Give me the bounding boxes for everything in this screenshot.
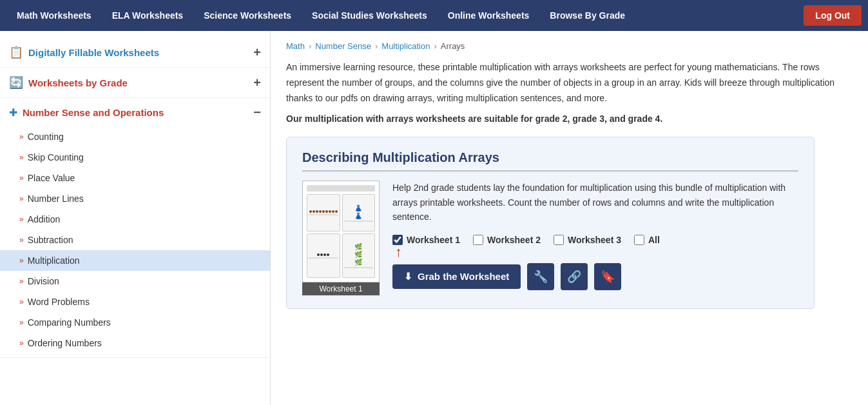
breadcrumb-arrays: Arrays xyxy=(441,41,465,51)
nav-science-worksheets[interactable]: Science Worksheets xyxy=(193,0,302,31)
red-arrow-indicator: ↑ xyxy=(395,245,402,259)
number-sense-icon: ✚ xyxy=(9,106,17,119)
digitally-fillable-icon: 📋 xyxy=(9,45,23,59)
sidebar-item-division[interactable]: » Division xyxy=(0,271,270,291)
worksheets-by-grade-expand-icon[interactable]: + xyxy=(253,76,261,89)
checkbox-worksheet-3[interactable]: Worksheet 3 xyxy=(554,235,621,245)
nav-math-worksheets[interactable]: Math Worksheets xyxy=(6,0,102,31)
share-icon: 🔗 xyxy=(567,270,581,284)
wrench-button[interactable]: 🔧 xyxy=(527,263,554,290)
sidebar-item-counting[interactable]: » Counting xyxy=(0,126,270,147)
breadcrumb-number-sense[interactable]: Number Sense xyxy=(315,41,371,51)
number-sense-sub-items: » Counting » Skip Counting » Place Value… xyxy=(0,126,270,357)
sidebar-section-header-number-sense[interactable]: ✚ Number Sense and Operations − xyxy=(0,98,270,126)
bullet-multiplication: » xyxy=(19,256,24,265)
bullet-place-value: » xyxy=(19,173,24,183)
checkbox-input-3[interactable] xyxy=(554,235,564,245)
breadcrumb-math[interactable]: Math xyxy=(286,41,305,51)
ws-grid: 👗👗 🌿🌿🌿 xyxy=(307,194,375,278)
worksheet-card: Describing Multiplication Arrays xyxy=(286,137,815,309)
worksheet-card-title: Describing Multiplication Arrays xyxy=(302,150,798,172)
worksheet-description: Help 2nd grade students lay the foundati… xyxy=(392,181,798,224)
sidebar: 📋 Digitally Fillable Worksheets + 🔄 Work… xyxy=(0,31,271,405)
breadcrumb: Math › Number Sense › Multiplication › A… xyxy=(286,41,835,51)
digitally-fillable-expand-icon[interactable]: + xyxy=(253,46,261,59)
sidebar-section-digitally-fillable: 📋 Digitally Fillable Worksheets + xyxy=(0,37,270,68)
checkbox-worksheet-1[interactable]: Worksheet 1 ↑ xyxy=(392,235,460,245)
checkbox-all[interactable]: All xyxy=(634,235,660,245)
sidebar-item-number-lines[interactable]: » Number Lines xyxy=(0,188,270,209)
ws-cell-4: 🌿🌿🌿 xyxy=(342,233,376,279)
ws-cell-3 xyxy=(307,233,340,279)
nav-online-worksheets[interactable]: Online Worksheets xyxy=(438,0,540,31)
ws-cell-1 xyxy=(307,194,340,232)
sidebar-item-addition[interactable]: » Addition xyxy=(0,209,270,230)
sidebar-item-place-value[interactable]: » Place Value xyxy=(0,168,270,188)
nav-social-studies-worksheets[interactable]: Social Studies Worksheets xyxy=(302,0,438,31)
breadcrumb-sep-3: › xyxy=(434,41,436,51)
sidebar-item-word-problems[interactable]: » Word Problems xyxy=(0,291,270,312)
checkbox-input-2[interactable] xyxy=(473,235,483,245)
breadcrumb-sep-2: › xyxy=(375,41,378,51)
sidebar-item-multiplication[interactable]: » Multiplication xyxy=(0,250,270,271)
sidebar-item-skip-counting[interactable]: » Skip Counting xyxy=(0,147,270,168)
digitally-fillable-label: Digitally Fillable Worksheets xyxy=(28,47,159,58)
bullet-subtraction: » xyxy=(19,235,24,244)
bullet-counting: » xyxy=(19,132,24,141)
worksheet-card-body: 👗👗 🌿🌿🌿 xyxy=(302,181,798,295)
bullet-skip-counting: » xyxy=(19,153,24,162)
worksheet-thumbnail[interactable]: 👗👗 🌿🌿🌿 xyxy=(302,181,380,295)
sidebar-section-header-digitally-fillable[interactable]: 📋 Digitally Fillable Worksheets + xyxy=(0,37,270,67)
bullet-comparing-numbers: » xyxy=(19,318,24,327)
nav-browse-by-grade[interactable]: Browse By Grade xyxy=(539,0,635,31)
page-grade-note: Our multiplication with arrays worksheet… xyxy=(286,114,835,124)
ws-title-bar xyxy=(307,185,375,192)
worksheet-thumbnail-label: Worksheet 1 xyxy=(302,282,380,295)
sidebar-item-subtraction[interactable]: » Subtraction xyxy=(0,230,270,250)
download-icon: ⬇ xyxy=(404,271,412,282)
sidebar-section-header-worksheets-by-grade[interactable]: 🔄 Worksheets by Grade + xyxy=(0,68,270,97)
worksheet-actions: ⬇ Grab the Worksheet 🔧 🔗 🔖 xyxy=(392,263,798,290)
wrench-icon: 🔧 xyxy=(534,270,548,284)
page-layout: 📋 Digitally Fillable Worksheets + 🔄 Work… xyxy=(0,31,868,405)
sidebar-section-worksheets-by-grade: 🔄 Worksheets by Grade + xyxy=(0,68,270,98)
main-nav: Math Worksheets ELA Worksheets Science W… xyxy=(0,0,868,31)
bullet-number-lines: » xyxy=(19,194,24,203)
sidebar-item-comparing-numbers[interactable]: » Comparing Numbers xyxy=(0,312,270,333)
sidebar-section-number-sense: ✚ Number Sense and Operations − » Counti… xyxy=(0,98,270,358)
bookmark-button[interactable]: 🔖 xyxy=(594,263,621,290)
share-button[interactable]: 🔗 xyxy=(561,263,588,290)
bullet-word-problems: » xyxy=(19,297,24,306)
ws-cell-2: 👗👗 xyxy=(342,194,376,232)
worksheets-by-grade-label: Worksheets by Grade xyxy=(28,77,128,88)
worksheet-card-right: Help 2nd grade students lay the foundati… xyxy=(392,181,798,295)
breadcrumb-sep-1: › xyxy=(309,41,311,51)
checkbox-input-all[interactable] xyxy=(634,235,644,245)
bullet-division: » xyxy=(19,277,24,286)
worksheet-checkboxes: Worksheet 1 ↑ Worksheet 2 Worksheet 3 xyxy=(392,235,798,245)
sidebar-item-ordering-numbers[interactable]: » Ordering Numbers xyxy=(0,333,270,353)
main-content: Math › Number Sense › Multiplication › A… xyxy=(271,31,851,405)
bookmark-icon: 🔖 xyxy=(601,270,615,284)
grab-worksheet-button[interactable]: ⬇ Grab the Worksheet xyxy=(392,264,521,289)
number-sense-label: Number Sense and Operations xyxy=(23,107,164,118)
bullet-addition: » xyxy=(19,215,24,224)
checkbox-worksheet-2[interactable]: Worksheet 2 xyxy=(473,235,541,245)
logout-button[interactable]: Log Out xyxy=(804,5,862,26)
worksheet-thumbnail-image: 👗👗 🌿🌿🌿 xyxy=(302,181,380,282)
bullet-ordering-numbers: » xyxy=(19,339,24,348)
breadcrumb-multiplication[interactable]: Multiplication xyxy=(381,41,430,51)
number-sense-expand-icon[interactable]: − xyxy=(253,106,261,119)
worksheets-by-grade-icon: 🔄 xyxy=(9,75,23,90)
page-description: An immersive learning resource, these pr… xyxy=(286,60,835,106)
nav-ela-worksheets[interactable]: ELA Worksheets xyxy=(102,0,193,31)
